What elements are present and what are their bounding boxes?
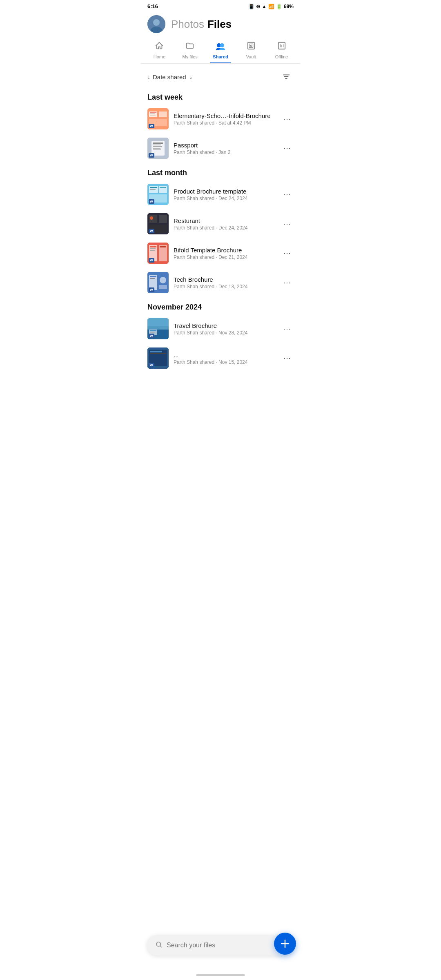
tab-shared-label: Shared	[213, 54, 228, 59]
folder-icon	[185, 41, 194, 53]
file-item[interactable]: W Travel Brochure Parth Shah shared · No…	[141, 314, 300, 343]
svg-rect-45	[150, 246, 156, 247]
file-name: Tech Brochure	[174, 276, 276, 283]
svg-point-1	[153, 19, 160, 26]
svg-rect-58	[147, 318, 169, 330]
status-time: 6:16	[147, 3, 158, 9]
section-last-week: Last week	[141, 87, 300, 104]
svg-rect-60	[150, 330, 156, 331]
file-name: Bifold Template Brochure	[174, 247, 276, 254]
svg-rect-64	[150, 351, 162, 352]
file-item[interactable]: W Resturant Parth Shah shared · Dec 24, …	[141, 209, 300, 238]
file-more-button[interactable]: ⋯	[281, 142, 294, 155]
tab-home-label: Home	[154, 54, 165, 59]
header-photos-label[interactable]: Photos	[171, 18, 204, 31]
svg-rect-52	[150, 276, 156, 277]
file-more-button[interactable]: ⋯	[281, 322, 294, 335]
file-more-button[interactable]: ⋯	[281, 112, 294, 125]
status-bar: 6:16 📳 ⊝ ▲ 📶 🔋 69%	[141, 0, 300, 11]
sort-label: Date shared	[153, 74, 186, 80]
file-name: ...	[174, 352, 276, 359]
file-item[interactable]: W Tech Brochure Parth Shah shared · Dec …	[141, 268, 300, 297]
svg-rect-29	[153, 148, 160, 149]
file-info: Travel Brochure Parth Shah shared · Nov …	[174, 322, 276, 336]
svg-rect-27	[153, 145, 161, 145]
svg-rect-20	[150, 114, 155, 114]
offline-icon	[277, 41, 286, 53]
file-meta: Parth Shah shared · Nov 28, 2024	[174, 330, 276, 336]
section-november: November 2024	[141, 297, 300, 314]
file-item[interactable]: W Product Brochure template Parth Shah s…	[141, 180, 300, 209]
svg-point-9	[250, 45, 252, 47]
file-info: Bifold Template Brochure Parth Shah shar…	[174, 247, 276, 260]
file-item[interactable]: W ... Parth Shah shared · Nov 15, 2024 ⋯	[141, 343, 300, 373]
file-item[interactable]: W Elementary-Scho…-trifold-Brochure Part…	[141, 104, 300, 134]
sort-row: ↓ Date shared ⌄	[141, 64, 300, 87]
section-last-month: Last month	[141, 163, 300, 180]
svg-rect-19	[150, 112, 156, 113]
file-meta: Parth Shah shared · Dec 24, 2024	[174, 196, 276, 201]
file-thumbnail: W	[147, 272, 169, 293]
home-icon	[155, 41, 164, 53]
tab-home[interactable]: Home	[144, 38, 175, 63]
sort-chevron: ⌄	[189, 74, 193, 80]
file-info: Product Brochure template Parth Shah sha…	[174, 188, 276, 201]
sort-down-arrow: ↓	[147, 74, 150, 80]
svg-rect-61	[150, 332, 155, 333]
file-thumbnail: W	[147, 347, 169, 369]
file-thumbnail: W	[147, 138, 169, 159]
tab-vault-label: Vault	[246, 54, 256, 59]
svg-rect-65	[150, 353, 166, 354]
sort-button[interactable]: ↓ Date shared ⌄	[147, 74, 193, 80]
avatar[interactable]	[147, 15, 165, 33]
file-item[interactable]: W Bifold Template Brochure Parth Shah sh…	[141, 238, 300, 268]
svg-rect-34	[150, 189, 156, 190]
file-thumbnail: W	[147, 318, 169, 339]
file-meta: Parth Shah shared · Dec 24, 2024	[174, 225, 276, 231]
svg-rect-36	[160, 187, 166, 188]
file-info: Elementary-Scho…-trifold-Brochure Parth …	[174, 112, 276, 126]
file-meta: Parth Shah shared · Dec 21, 2024	[174, 254, 276, 260]
svg-rect-7	[248, 42, 255, 49]
file-name: Passport	[174, 142, 276, 149]
svg-rect-22	[159, 111, 167, 117]
file-info: ... Parth Shah shared · Nov 15, 2024	[174, 352, 276, 365]
shared-icon	[215, 41, 226, 53]
file-thumbnail: W	[147, 108, 169, 129]
tab-shared[interactable]: Shared	[205, 38, 236, 63]
file-item[interactable]: W Passport Parth Shah shared · Jan 2 ⋯	[141, 134, 300, 163]
app-header: Photos Files	[141, 11, 300, 38]
svg-rect-53	[150, 278, 155, 279]
svg-rect-49	[160, 246, 166, 247]
file-thumbnail: W	[147, 184, 169, 205]
file-more-button[interactable]: ⋯	[281, 276, 294, 289]
vault-icon	[247, 41, 256, 53]
file-more-button[interactable]: ⋯	[281, 188, 294, 201]
file-name: Travel Brochure	[174, 322, 276, 329]
svg-rect-8	[249, 44, 253, 47]
file-more-button[interactable]: ⋯	[281, 217, 294, 230]
file-meta: Parth Shah shared · Nov 15, 2024	[174, 359, 276, 365]
svg-rect-21	[150, 115, 156, 116]
tab-offline-label: Offline	[275, 54, 288, 59]
tab-offline[interactable]: Offline	[266, 38, 297, 63]
tab-myfiles[interactable]: My files	[175, 38, 205, 63]
file-info: Passport Parth Shah shared · Jan 2	[174, 142, 276, 155]
battery-level: 69%	[284, 4, 294, 9]
svg-rect-33	[150, 187, 157, 188]
tab-vault[interactable]: Vault	[236, 38, 266, 63]
header-files-label[interactable]: Files	[207, 18, 232, 31]
svg-rect-41	[159, 215, 167, 223]
svg-point-40	[150, 216, 153, 220]
file-info: Resturant Parth Shah shared · Dec 24, 20…	[174, 217, 276, 231]
file-more-button[interactable]: ⋯	[281, 247, 294, 260]
file-more-button[interactable]: ⋯	[281, 352, 294, 365]
svg-rect-28	[153, 146, 162, 147]
status-icons: 📳 ⊝ ▲ 📶 🔋 69%	[248, 4, 294, 9]
filter-button[interactable]	[279, 69, 294, 84]
file-name: Product Brochure template	[174, 188, 276, 195]
tab-myfiles-label: My files	[183, 54, 198, 59]
file-meta: Parth Shah shared · Dec 13, 2024	[174, 284, 276, 290]
file-thumbnail: W	[147, 213, 169, 234]
file-name: Resturant	[174, 217, 276, 224]
